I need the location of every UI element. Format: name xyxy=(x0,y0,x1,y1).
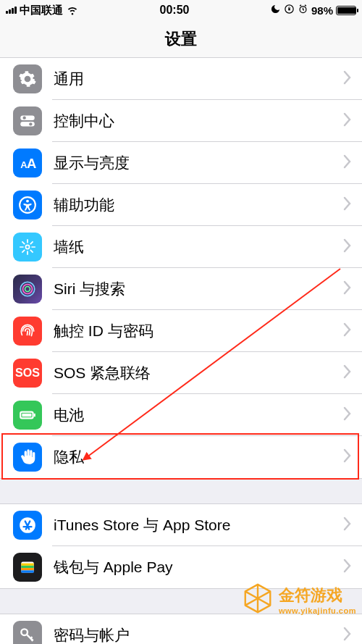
row-general[interactable]: 通用 xyxy=(0,58,362,100)
row-privacy[interactable]: 隐私 xyxy=(0,436,362,478)
svg-point-5 xyxy=(29,122,32,125)
svg-rect-15 xyxy=(34,414,35,417)
flower-icon xyxy=(13,233,42,262)
chevron-right-icon xyxy=(343,70,352,88)
row-label: 密码与帐户 xyxy=(54,625,343,644)
svg-rect-20 xyxy=(21,566,33,568)
svg-rect-19 xyxy=(21,564,33,566)
row-label: 触控 ID 与密码 xyxy=(54,321,343,341)
row-label: 隐私 xyxy=(54,447,343,467)
svg-rect-2 xyxy=(20,115,35,120)
svg-point-23 xyxy=(21,629,28,635)
wifi-icon xyxy=(66,3,79,18)
chevron-right-icon xyxy=(343,559,352,576)
svg-rect-4 xyxy=(20,122,35,127)
svg-point-13 xyxy=(25,287,30,292)
settings-group: 密码与帐户邮件 xyxy=(0,614,362,644)
chevron-right-icon xyxy=(343,280,352,298)
chevron-right-icon xyxy=(343,517,352,534)
status-time: 00:50 xyxy=(160,4,190,17)
chevron-right-icon xyxy=(343,322,352,340)
sos-icon: SOS xyxy=(13,359,42,388)
rotation-lock-icon xyxy=(284,4,295,17)
text-size-icon: AA xyxy=(13,149,42,177)
row-accessibility[interactable]: 辅助功能 xyxy=(0,184,362,226)
switches-icon xyxy=(13,106,42,135)
row-touchid[interactable]: 触控 ID 与密码 xyxy=(0,310,362,352)
carrier-label: 中国联通 xyxy=(20,4,63,17)
row-wallet[interactable]: 钱包与 Apple Pay xyxy=(0,546,362,588)
row-label: 显示与亮度 xyxy=(54,153,343,173)
chevron-right-icon xyxy=(343,196,352,214)
chevron-right-icon xyxy=(343,448,352,466)
row-passwords[interactable]: 密码与帐户 xyxy=(0,614,362,644)
chevron-right-icon xyxy=(343,112,352,130)
battery-icon xyxy=(336,6,356,15)
battery-icon xyxy=(13,401,42,430)
chevron-right-icon xyxy=(343,406,352,424)
chevron-right-icon xyxy=(343,154,352,172)
row-label: SOS 紧急联络 xyxy=(54,363,343,383)
row-label: Siri 与搜索 xyxy=(54,279,343,299)
moon-icon xyxy=(270,4,281,17)
page-title: 设置 xyxy=(0,20,362,58)
svg-rect-21 xyxy=(21,568,33,570)
row-itunes-store[interactable]: iTunes Store 与 App Store xyxy=(0,504,362,546)
chevron-right-icon xyxy=(343,238,352,256)
status-left: 中国联通 xyxy=(6,3,79,18)
svg-rect-22 xyxy=(21,570,33,572)
row-display[interactable]: AA显示与亮度 xyxy=(0,142,362,184)
row-label: 通用 xyxy=(54,69,343,89)
status-bar: 中国联通 00:50 98% xyxy=(0,0,362,20)
row-label: 钱包与 Apple Pay xyxy=(54,557,343,577)
hand-icon xyxy=(13,443,42,472)
row-wallpaper[interactable]: 墙纸 xyxy=(0,226,362,268)
key-icon xyxy=(13,621,42,644)
chevron-right-icon xyxy=(343,627,352,644)
settings-group: 通用控制中心AA显示与亮度辅助功能墙纸Siri 与搜索触控 ID 与密码SOSS… xyxy=(0,58,362,479)
svg-point-10 xyxy=(25,245,29,248)
signal-icon xyxy=(6,7,17,14)
row-control-center[interactable]: 控制中心 xyxy=(0,100,362,142)
status-right: 98% xyxy=(270,4,356,17)
battery-percent: 98% xyxy=(311,4,333,17)
accessibility-icon xyxy=(13,191,42,219)
fingerprint-icon xyxy=(13,317,42,346)
row-battery[interactable]: 电池 xyxy=(0,394,362,436)
row-label: 辅助功能 xyxy=(54,195,343,215)
svg-point-3 xyxy=(23,117,26,120)
svg-point-12 xyxy=(23,285,33,294)
gear-icon xyxy=(13,64,42,93)
row-label: iTunes Store 与 App Store xyxy=(54,515,343,535)
row-label: 电池 xyxy=(54,405,343,425)
settings-group: iTunes Store 与 App Store钱包与 Apple Pay xyxy=(0,503,362,589)
siri-icon xyxy=(13,275,42,304)
settings-list: 通用控制中心AA显示与亮度辅助功能墙纸Siri 与搜索触控 ID 与密码SOSS… xyxy=(0,58,362,644)
appstore-icon xyxy=(13,511,42,540)
row-label: 墙纸 xyxy=(54,237,343,257)
alarm-icon xyxy=(298,4,308,17)
chevron-right-icon xyxy=(343,364,352,382)
svg-rect-16 xyxy=(22,414,31,417)
svg-text:A: A xyxy=(27,156,36,171)
wallet-icon xyxy=(13,553,42,582)
row-label: 控制中心 xyxy=(54,111,343,131)
row-sos[interactable]: SOSSOS 紧急联络 xyxy=(0,352,362,394)
svg-point-9 xyxy=(26,200,29,203)
row-siri[interactable]: Siri 与搜索 xyxy=(0,268,362,310)
